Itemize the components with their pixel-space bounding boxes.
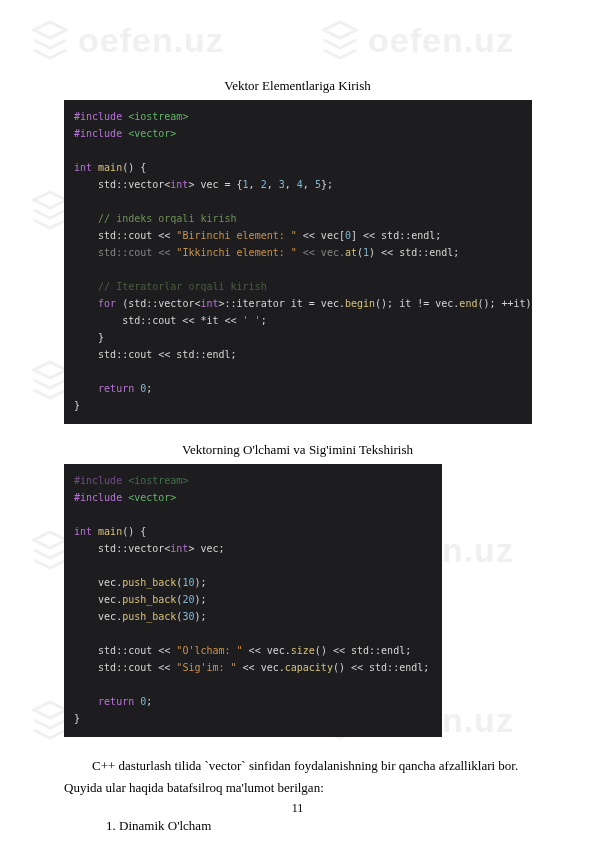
code-block-1: #include <iostream> #include <vector> in… <box>64 100 532 424</box>
page-content: Vektor Elementlariga Kirish #include <io… <box>0 0 595 842</box>
code-block-2: #include <iostream> #include <vector> in… <box>64 464 442 737</box>
subsection-heading: 1. Dinamik O'lcham <box>64 815 531 837</box>
paragraph-intro: C++ dasturlash tilida `vector` sinfidan … <box>64 755 531 799</box>
section-heading-1: Vektor Elementlariga Kirish <box>64 78 531 94</box>
section-heading-2: Vektorning O'lchami va Sig'imini Tekshir… <box>64 442 531 458</box>
